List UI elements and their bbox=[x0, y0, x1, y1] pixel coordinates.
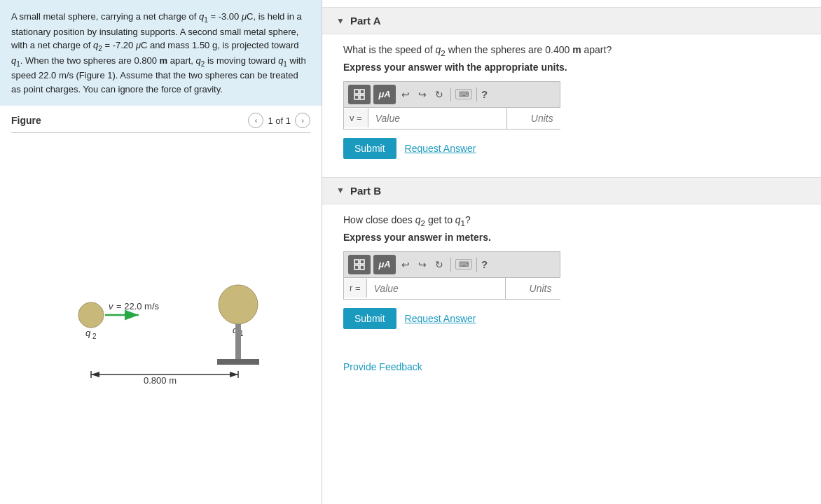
figure-page-indicator: 1 of 1 bbox=[268, 115, 291, 126]
svg-rect-20 bbox=[354, 95, 359, 99]
part-a-instruction: Express your answer with the appropriate… bbox=[343, 62, 800, 73]
svg-rect-18 bbox=[354, 90, 359, 94]
part-b-prefix: r = bbox=[344, 279, 367, 298]
svg-rect-22 bbox=[354, 260, 359, 264]
part-b-section: ▼ Part B How close does q2 get to q1? Ex… bbox=[322, 177, 821, 340]
part-b-question: How close does q2 get to q1? bbox=[343, 214, 800, 227]
part-a-value-input[interactable] bbox=[368, 108, 507, 129]
part-a-redo-btn[interactable]: ↪ bbox=[415, 88, 429, 102]
part-a-submit-button[interactable]: Submit bbox=[343, 138, 396, 159]
figure-navigation: ‹ 1 of 1 › bbox=[248, 113, 310, 128]
svg-marker-15 bbox=[91, 372, 99, 377]
figure-next-button[interactable]: › bbox=[295, 113, 310, 128]
part-a-toggle[interactable]: ▼ bbox=[336, 16, 345, 26]
svg-text:v: v bbox=[109, 301, 114, 312]
part-a-actions: Submit Request Answer bbox=[343, 138, 800, 159]
part-b-help-btn[interactable]: ? bbox=[481, 258, 488, 270]
part-b-content: How close does q2 get to q1? Express you… bbox=[322, 204, 821, 340]
right-panel: ▼ Part A What is the speed of q2 when th… bbox=[322, 0, 821, 504]
part-a-separator bbox=[450, 88, 451, 102]
part-b-instruction: Express your answer in meters. bbox=[343, 232, 800, 243]
part-b-toggle[interactable]: ▼ bbox=[336, 186, 345, 195]
part-b-request-answer-button[interactable]: Request Answer bbox=[405, 313, 476, 324]
feedback-area: Provide Feedback bbox=[322, 347, 821, 379]
figure-prev-button[interactable]: ‹ bbox=[248, 113, 263, 128]
left-panel: A small metal sphere, carrying a net cha… bbox=[0, 0, 322, 504]
svg-rect-23 bbox=[360, 260, 364, 264]
part-a-refresh-btn[interactable]: ↻ bbox=[432, 88, 446, 102]
part-b-grid-btn[interactable] bbox=[348, 255, 371, 274]
svg-text:q: q bbox=[85, 328, 91, 338]
part-a-help-btn[interactable]: ? bbox=[481, 88, 488, 100]
part-b-toolbar: μA ↩ ↪ ↻ ⌨ ? bbox=[343, 251, 560, 277]
part-b-redo-btn[interactable]: ↪ bbox=[415, 258, 429, 272]
part-a-keyboard-btn[interactable]: ⌨ bbox=[455, 89, 472, 99]
problem-text: A small metal sphere, carrying a net cha… bbox=[0, 0, 322, 106]
svg-rect-10 bbox=[235, 324, 241, 359]
figure-svg: q 2 v = 22.0 m/s q 1 bbox=[35, 252, 287, 385]
part-b-undo-btn[interactable]: ↩ bbox=[399, 258, 413, 272]
figure-label: Figure bbox=[11, 115, 41, 126]
svg-text:0.800 m: 0.800 m bbox=[144, 375, 177, 385]
svg-point-7 bbox=[219, 285, 258, 324]
part-a-undo-btn[interactable]: ↩ bbox=[399, 88, 413, 102]
part-b-title: Part B bbox=[350, 185, 381, 197]
part-a-section: ▼ Part A What is the speed of q2 when th… bbox=[322, 7, 821, 170]
part-a-units-input[interactable] bbox=[507, 108, 577, 129]
provide-feedback-link[interactable]: Provide Feedback bbox=[322, 354, 443, 379]
figure-area: Figure ‹ 1 of 1 › q 2 bbox=[0, 106, 322, 504]
part-a-header: ▼ Part A bbox=[322, 7, 821, 34]
part-b-header: ▼ Part B bbox=[322, 177, 821, 204]
part-b-actions: Submit Request Answer bbox=[343, 308, 800, 329]
part-b-units-input[interactable] bbox=[506, 278, 576, 299]
part-b-submit-button[interactable]: Submit bbox=[343, 308, 396, 329]
part-b-separator2 bbox=[476, 258, 477, 272]
svg-marker-16 bbox=[230, 372, 238, 377]
part-a-request-answer-button[interactable]: Request Answer bbox=[405, 143, 476, 154]
svg-text:2: 2 bbox=[92, 332, 97, 340]
part-a-content: What is the speed of q2 when the spheres… bbox=[322, 34, 821, 170]
part-b-mu-btn[interactable]: μA bbox=[373, 255, 396, 274]
part-b-refresh-btn[interactable]: ↻ bbox=[432, 258, 446, 272]
svg-text:= 22.0 m/s: = 22.0 m/s bbox=[116, 301, 160, 312]
part-a-prefix: v = bbox=[344, 108, 368, 127]
figure-header: Figure ‹ 1 of 1 › bbox=[11, 106, 310, 133]
part-b-keyboard-btn[interactable]: ⌨ bbox=[455, 259, 472, 270]
part-a-mu-btn[interactable]: μA bbox=[373, 85, 396, 104]
part-a-grid-btn[interactable] bbox=[348, 85, 371, 104]
part-b-separator bbox=[450, 258, 451, 272]
svg-rect-11 bbox=[217, 359, 259, 365]
svg-rect-25 bbox=[360, 265, 364, 270]
svg-point-0 bbox=[78, 302, 104, 328]
part-b-input-row: r = bbox=[343, 277, 560, 300]
svg-rect-19 bbox=[360, 90, 364, 94]
svg-rect-24 bbox=[354, 265, 359, 270]
part-a-title: Part A bbox=[350, 15, 381, 27]
part-a-separator2 bbox=[476, 88, 477, 102]
part-b-value-input[interactable] bbox=[367, 278, 506, 299]
figure-canvas: q 2 v = 22.0 m/s q 1 bbox=[11, 133, 310, 504]
part-a-input-row: v = bbox=[343, 107, 560, 130]
part-a-question: What is the speed of q2 when the spheres… bbox=[343, 44, 800, 57]
svg-rect-21 bbox=[360, 95, 364, 99]
part-a-toolbar: μA ↩ ↪ ↻ ⌨ ? bbox=[343, 81, 560, 107]
